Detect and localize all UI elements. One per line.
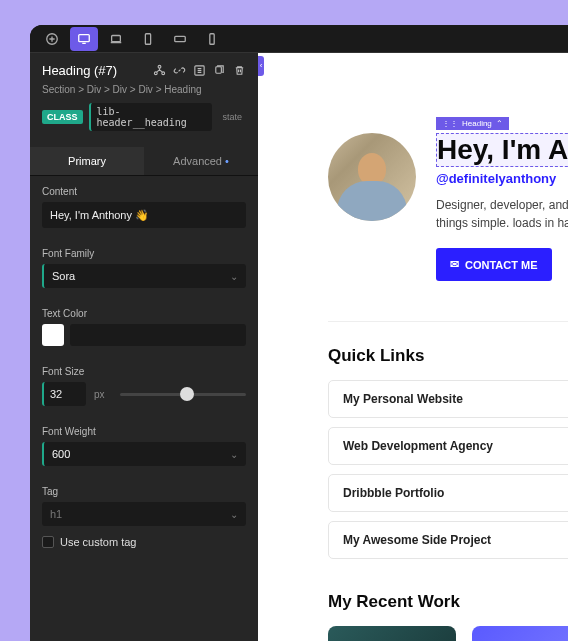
quick-link-item[interactable]: Dribbble Portfolio: [328, 474, 568, 512]
hero-heading[interactable]: Hey, I'm Anthony: [436, 133, 568, 167]
hero-handle[interactable]: @definitelyanthony: [436, 171, 568, 186]
chevron-down-icon: ⌄: [230, 449, 238, 460]
work-card[interactable]: [472, 626, 568, 641]
svg-rect-4: [175, 36, 186, 41]
quick-link-item[interactable]: Web Development Agency: [328, 427, 568, 465]
text-color-label: Text Color: [42, 308, 246, 319]
quick-link-item[interactable]: My Personal Website: [328, 380, 568, 418]
font-size-slider[interactable]: [120, 384, 246, 404]
svg-point-7: [154, 72, 157, 75]
font-family-label: Font Family: [42, 248, 246, 259]
color-field[interactable]: [70, 324, 246, 346]
chevron-down-icon: ⌄: [230, 271, 238, 282]
svg-rect-5: [210, 33, 214, 44]
state-badge[interactable]: state: [218, 110, 246, 124]
breadcrumb[interactable]: Section > Div > Div > Div > Heading: [42, 84, 246, 95]
class-badge: CLASS: [42, 110, 83, 124]
color-swatch[interactable]: [42, 324, 64, 346]
link-icon[interactable]: [172, 64, 186, 78]
svg-rect-2: [112, 35, 121, 41]
delete-icon[interactable]: [232, 64, 246, 78]
custom-tag-label: Use custom tag: [60, 536, 136, 548]
font-size-unit: px: [94, 389, 112, 400]
hero-bio: Designer, developer, and all love to kee…: [436, 196, 568, 232]
custom-tag-checkbox[interactable]: [42, 536, 54, 548]
selection-badge[interactable]: ⋮⋮ Heading ⌃: [436, 117, 509, 130]
avatar: [328, 133, 416, 221]
settings-icon[interactable]: [192, 64, 206, 78]
canvas-preview: ‹ ⋮⋮ Heading ⌃ Hey, I'm Anthony @definit…: [258, 53, 568, 641]
chevron-down-icon: ⌄: [230, 509, 238, 520]
panel-title: Heading (#7): [42, 63, 117, 78]
svg-rect-10: [215, 67, 221, 74]
font-family-select[interactable]: Sora⌄: [42, 264, 246, 288]
top-device-toolbar: [30, 25, 568, 53]
content-input[interactable]: [42, 202, 246, 228]
font-size-input[interactable]: [42, 382, 86, 406]
quick-link-item[interactable]: My Awesome Side Project: [328, 521, 568, 559]
device-desktop-icon[interactable]: [70, 27, 98, 51]
chevron-up-icon: ⌃: [496, 119, 503, 128]
recent-work-title: My Recent Work: [328, 592, 568, 612]
properties-panel: Heading (#7) Section > Div > Div > Div >…: [30, 53, 258, 641]
slider-thumb[interactable]: [180, 387, 194, 401]
device-tablet-landscape-icon[interactable]: [166, 27, 194, 51]
device-mobile-icon[interactable]: [198, 27, 226, 51]
svg-point-8: [161, 72, 164, 75]
device-laptop-icon[interactable]: [102, 27, 130, 51]
grip-icon: ⋮⋮: [442, 119, 458, 128]
add-icon[interactable]: [38, 27, 66, 51]
svg-rect-3: [145, 33, 150, 44]
class-name-field[interactable]: lib-header__heading: [89, 103, 213, 131]
divider: [328, 321, 568, 322]
tag-select[interactable]: h1⌄: [42, 502, 246, 526]
mail-icon: ✉: [450, 258, 459, 271]
device-tablet-icon[interactable]: [134, 27, 162, 51]
chevron-left-icon: ‹: [257, 56, 265, 76]
tab-advanced[interactable]: Advanced •: [144, 147, 258, 175]
quick-links-title: Quick Links: [328, 346, 568, 366]
font-weight-select[interactable]: 600⌄: [42, 442, 246, 466]
svg-point-6: [158, 65, 161, 68]
hierarchy-icon[interactable]: [152, 64, 166, 78]
contact-button[interactable]: ✉ CONTACT ME: [436, 248, 552, 281]
work-card[interactable]: [328, 626, 456, 641]
tab-primary[interactable]: Primary: [30, 147, 144, 175]
font-size-label: Font Size: [42, 366, 246, 377]
svg-rect-1: [79, 34, 90, 41]
tag-label: Tag: [42, 486, 246, 497]
font-weight-label: Font Weight: [42, 426, 246, 437]
content-label: Content: [42, 186, 246, 197]
copy-icon[interactable]: [212, 64, 226, 78]
